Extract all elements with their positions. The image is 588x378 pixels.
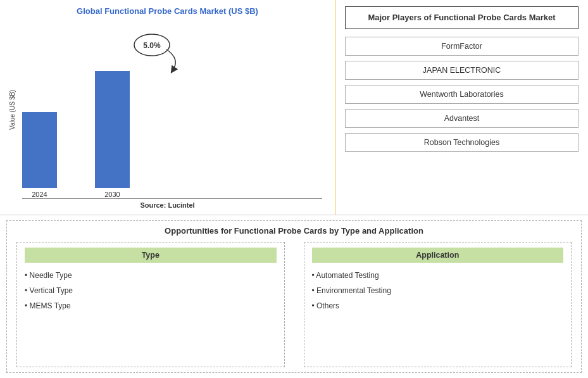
x-axis-line (22, 198, 322, 199)
bar-2024 (22, 112, 57, 188)
bar-label-2030: 2030 (104, 191, 120, 198)
type-item-2: • Vertical Type (25, 283, 277, 298)
bar-2030 (95, 71, 130, 188)
player-item-2: JAPAN ELECTRONIC (345, 61, 579, 80)
main-container: Global Functional Probe Cards Market (US… (0, 0, 588, 378)
type-column: Type • Needle Type • Vertical Type • MEM… (16, 242, 285, 367)
y-axis-label: Value (US $B) (6, 21, 16, 199)
player-item-1: FormFactor (345, 37, 579, 56)
bar-label-2024: 2024 (32, 191, 47, 198)
type-item-3: • MEMS Type (25, 298, 277, 313)
app-item-3: • Others (312, 298, 564, 313)
chart-area: Global Functional Probe Cards Market (US… (0, 0, 335, 215)
players-area: Major Players of Functional Probe Cards … (335, 0, 588, 215)
app-item-1: • Automated Testing (312, 268, 564, 283)
chart-inner: Value (US $B) 5.0% (6, 21, 328, 199)
bars-container: 2024 2030 (16, 21, 328, 198)
player-item-4: Advantest (345, 109, 579, 128)
chart-plot: 5.0% (16, 21, 328, 199)
players-title: Major Players of Functional Probe Cards … (345, 6, 579, 29)
app-item-2: • Environmental Testing (312, 283, 564, 298)
chart-title: Global Functional Probe Cards Market (US… (6, 6, 328, 16)
type-item-1: • Needle Type (25, 268, 277, 283)
type-header: Type (25, 248, 277, 263)
opp-title: Opportunities for Functional Probe Cards… (16, 226, 572, 236)
source-text: Source: Lucintel (6, 201, 328, 209)
player-item-5: Robson Technologies (345, 133, 579, 152)
bottom-section: Opportunities for Functional Probe Cards… (6, 220, 582, 373)
application-column: Application • Automated Testing • Enviro… (304, 242, 572, 367)
bar-group-2024: 2024 (22, 112, 57, 198)
opp-columns: Type • Needle Type • Vertical Type • MEM… (16, 242, 572, 367)
top-section: Global Functional Probe Cards Market (US… (0, 0, 588, 215)
bar-group-2030: 2030 (95, 71, 130, 198)
application-header: Application (312, 248, 564, 263)
player-item-3: Wentworth Laboratories (345, 85, 579, 104)
